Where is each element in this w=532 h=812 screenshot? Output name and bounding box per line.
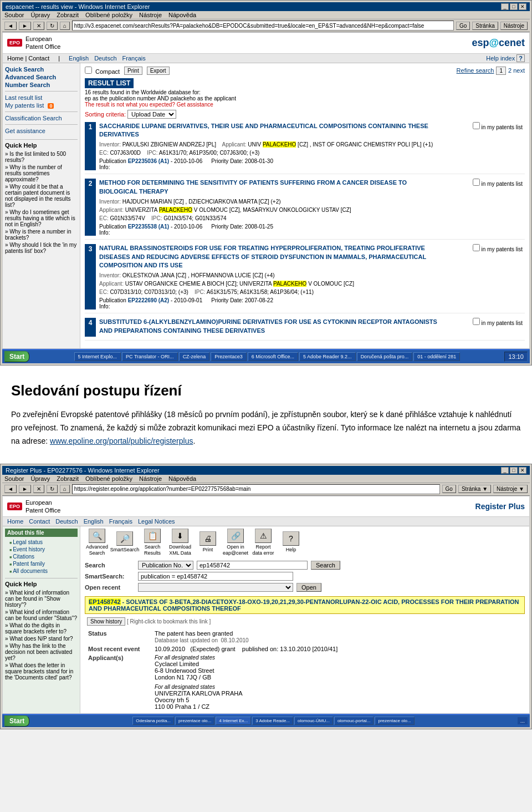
sort-select[interactable]: Upload Date Priority Date Inventor Appli… — [127, 110, 176, 119]
ep2-lang-en[interactable]: English — [84, 518, 104, 525]
sidebar-item-my-patents[interactable]: My patents list 0 — [5, 101, 78, 109]
ep2-tool-help[interactable]: ? Help — [279, 531, 303, 553]
refresh2-btn[interactable]: ↻ — [47, 485, 58, 493]
lang-deutsch[interactable]: Deutsch — [94, 55, 116, 62]
ep2-lang-fr[interactable]: Français — [109, 518, 132, 525]
taskbar-app-adobe[interactable]: 5 Adobe Reader 9.2... — [299, 352, 356, 361]
nastroje-btn[interactable]: Nástroje — [500, 22, 528, 30]
ep2-link-family[interactable]: Patent family — [5, 560, 78, 567]
back2-btn[interactable]: ◄ — [4, 485, 17, 493]
page2-link[interactable]: 2 next — [508, 67, 525, 74]
taskbar2-app-3[interactable]: 4 Internet Ex... — [216, 717, 251, 725]
ep2-tool-print[interactable]: 🖨 Print — [196, 531, 220, 553]
ep2-link-alldocs[interactable]: All documents — [5, 567, 78, 575]
lang-francais[interactable]: Français — [122, 55, 146, 62]
refresh-btn[interactable]: ↻ — [47, 22, 58, 30]
taskbar2-app-1[interactable]: Odeslana pošta... — [132, 717, 174, 725]
back-btn[interactable]: ◄ — [4, 22, 17, 30]
export-btn[interactable]: Export — [147, 67, 170, 75]
close2-btn[interactable]: ✕ — [519, 467, 526, 474]
stranka-btn[interactable]: Stránka — [472, 22, 498, 30]
stranka2-btn[interactable]: Stránka ▼ — [458, 485, 491, 493]
ep2-tool-smart-search[interactable]: 🔎 SmartSearch — [112, 531, 137, 553]
menu-napoveda[interactable]: Nápověda — [168, 12, 196, 18]
go2-btn[interactable]: Go — [442, 485, 456, 493]
menu2-upravy[interactable]: Úpravy — [30, 475, 50, 482]
go-btn[interactable]: Go — [456, 22, 470, 30]
stop2-btn[interactable]: ✕ — [33, 485, 44, 493]
minimize-btn[interactable]: _ — [501, 3, 509, 10]
close-btn[interactable]: ✕ — [519, 3, 526, 10]
menu-zobrazit[interactable]: Zobrazit — [57, 12, 79, 18]
maximize-btn[interactable]: □ — [510, 3, 518, 10]
item-title-4[interactable]: SUBSTITUTED 6-(ALKYLBENZYLAMINO)PURINE D… — [99, 318, 444, 335]
sidebar-item-classification[interactable]: Classification Search — [5, 114, 78, 122]
forward2-btn[interactable]: ► — [19, 485, 31, 493]
show-history-btn[interactable]: Show history — [87, 617, 125, 626]
item-title-2[interactable]: METHOD FOR DETERMINING THE SENSITIVITY O… — [99, 179, 444, 196]
print-btn[interactable]: Print — [124, 67, 142, 75]
lang-english[interactable]: English — [69, 55, 89, 62]
taskbar-app-ie[interactable]: 5 Internet Explo... — [74, 352, 121, 361]
page1-btn[interactable]: 1 — [496, 67, 506, 75]
menu-upravy[interactable]: Úpravy — [30, 12, 50, 18]
nastroje2-btn[interactable]: Nástroje ▼ — [493, 485, 528, 493]
pub-no-input[interactable] — [197, 561, 308, 570]
mypatents-cb-2[interactable] — [473, 179, 480, 186]
mypatents-cb-3[interactable] — [473, 244, 480, 251]
taskbar2-app-7[interactable]: prezentace olo... — [375, 717, 414, 725]
ep2-tool-report[interactable]: ⚠ Report data error — [251, 529, 275, 556]
search-btn[interactable]: Search — [311, 561, 340, 570]
menu-nastroje[interactable]: Nástroje — [139, 12, 162, 18]
home2-btn[interactable]: ⌂ — [60, 485, 70, 493]
minimize2-btn[interactable]: _ — [501, 467, 509, 474]
pub-no-select[interactable]: Publication No. — [138, 561, 193, 570]
taskbar-app-translator[interactable]: PC Translator - ORI... — [122, 352, 178, 361]
ep2-tool-results[interactable]: 📋 Search Results — [140, 529, 165, 556]
menu2-nastroje[interactable]: Nástroje — [139, 475, 162, 482]
compact-checkbox[interactable] — [85, 67, 92, 74]
taskbar2-app-6[interactable]: olomouc-portal... — [334, 717, 374, 725]
address-bar2[interactable] — [72, 484, 440, 494]
forward-btn[interactable]: ► — [19, 22, 31, 30]
sidebar-item-advanced-search[interactable]: Advanced Search — [5, 73, 78, 81]
taskbar2-app-5[interactable]: olomouc-ÚMU... — [294, 717, 333, 725]
open-btn[interactable]: Open — [296, 583, 321, 592]
sidebar-item-number-search[interactable]: Number Search — [5, 81, 78, 89]
start-btn[interactable]: Start — [4, 351, 29, 362]
mypatents-cb-4[interactable] — [473, 318, 480, 325]
refine-search-link[interactable]: Refine search — [457, 67, 494, 74]
ep2-link-citations[interactable]: Citations — [5, 553, 78, 560]
ep2-lang-de[interactable]: Deutsch — [55, 518, 78, 525]
taskbar2-app-4[interactable]: 3 Adobe Reade... — [252, 717, 293, 725]
home-btn[interactable]: ⌂ — [60, 22, 70, 30]
ep2-legal[interactable]: Legal Notices — [138, 518, 175, 525]
taskbar-app-zelena[interactable]: CZ-zelena — [179, 352, 210, 361]
open-recent-select[interactable] — [138, 583, 293, 592]
sidebar-item-last-result[interactable]: Last result list — [5, 94, 78, 101]
ep2-tool-download[interactable]: ⬇ Download XML Data — [168, 529, 192, 556]
ep2-home[interactable]: Home — [7, 518, 23, 525]
address-bar[interactable] — [72, 21, 454, 31]
ep2-tool-advanced-search[interactable]: 🔍 Advanced Search — [85, 529, 109, 556]
menu-oblibene[interactable]: Oblíbené položky — [85, 12, 132, 18]
taskbar2-app-2[interactable]: prezentace olo... — [175, 717, 214, 725]
epoline-link[interactable]: www.epoline.org/portal/public/registerpl… — [50, 437, 193, 445]
ep2-contact[interactable]: Contact — [29, 518, 50, 525]
menu2-napoveda[interactable]: Nápověda — [168, 475, 196, 482]
item-title-3[interactable]: NATURAL BRASSINOSTEROIDS FOR USE FOR TRE… — [99, 244, 444, 270]
ep2-link-legal[interactable]: Legal status — [5, 539, 78, 546]
menu2-oblibene[interactable]: Oblíbené položky — [85, 475, 132, 482]
menu2-soubor[interactable]: Soubor — [4, 475, 24, 482]
ep2-tool-open-ep[interactable]: 🔗 Open in eap@cenet — [223, 529, 248, 556]
menu-soubor[interactable]: Soubor — [4, 12, 24, 18]
ep2-result-title[interactable]: EP1458742 - SOLVATES OF 3-BETA,28-DIACET… — [85, 596, 525, 614]
menu2-zobrazit[interactable]: Zobrazit — [57, 475, 79, 482]
taskbar-app-posla[interactable]: Doručená pošta pro... — [357, 352, 413, 361]
start2-btn[interactable]: Start — [4, 715, 29, 727]
taskbar-app-prez[interactable]: Prezentace3 — [211, 352, 247, 361]
mypatents-cb-1[interactable] — [473, 122, 480, 129]
sidebar-item-quick-search[interactable]: Quick Search — [5, 65, 78, 73]
taskbar-app-office[interactable]: 6 Microsoft Office... — [248, 352, 298, 361]
sidebar-get-assistance[interactable]: Get assistance — [5, 127, 78, 135]
